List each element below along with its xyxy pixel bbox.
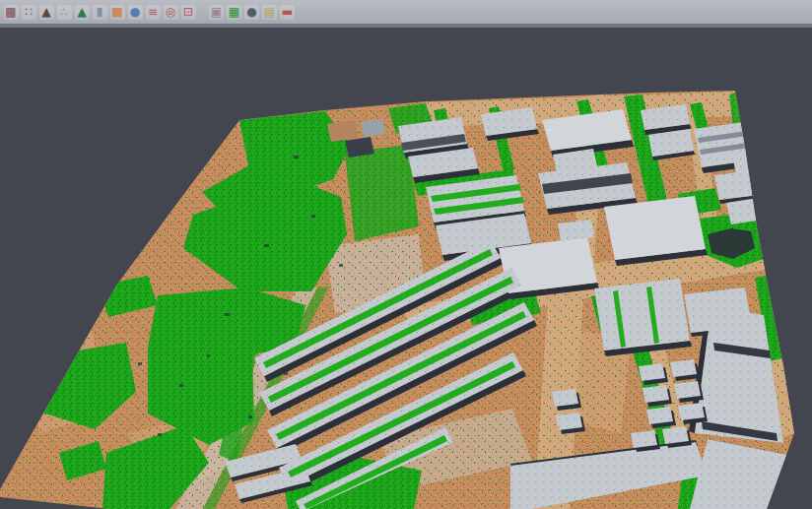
application-window: ▩∷▲∴▲▮■●≡◎⊡▣▦●▤▬: [0, 0, 812, 509]
terrain-green-icon[interactable]: ▲: [75, 5, 90, 20]
sphere-dark-icon[interactable]: ●: [244, 5, 259, 20]
column-icon[interactable]: ▮: [93, 5, 107, 20]
profile-lines-icon[interactable]: ≡: [146, 5, 161, 20]
classification-map-icon[interactable]: ▦: [227, 5, 241, 20]
dataset-icon[interactable]: ▩: [4, 5, 19, 20]
toolbar: ▩∷▲∴▲▮■●≡◎⊡▣▦●▤▬: [0, 0, 812, 24]
measure-icon[interactable]: ▤: [262, 5, 277, 20]
3d-viewport[interactable]: [0, 28, 812, 509]
flag-icon[interactable]: ▬: [280, 5, 295, 20]
point-cloud-render: [0, 28, 812, 509]
terrain-dark-icon[interactable]: ▲: [39, 5, 54, 20]
ground-tile-icon[interactable]: ■: [110, 5, 125, 20]
globe-icon[interactable]: ●: [128, 5, 143, 20]
split-view-icon[interactable]: ∷: [22, 5, 36, 20]
points-icon[interactable]: ∴: [57, 5, 72, 20]
snapshot-icon[interactable]: ▣: [209, 5, 224, 20]
zoom-extents-icon[interactable]: ⊡: [181, 5, 196, 20]
target-circle-icon[interactable]: ◎: [164, 5, 178, 20]
